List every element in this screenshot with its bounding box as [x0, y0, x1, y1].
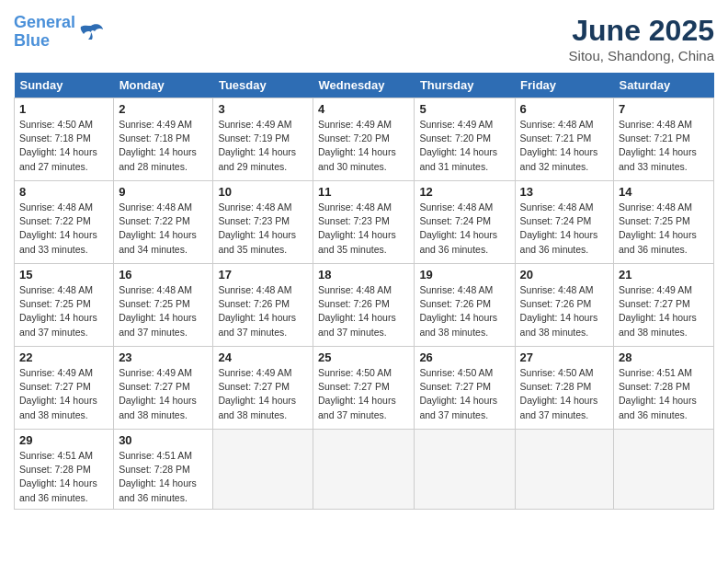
sunset-text: Sunset: 7:26 PM [419, 298, 491, 309]
sunset-text: Sunset: 7:27 PM [419, 381, 491, 392]
day-cell: 30 Sunrise: 4:51 AM Sunset: 7:28 PM Dayl… [114, 430, 213, 510]
sunrise-text: Sunrise: 4:48 AM [19, 201, 93, 213]
sunset-text: Sunset: 7:20 PM [318, 132, 390, 144]
sunrise-text: Sunrise: 4:50 AM [19, 119, 93, 130]
day-cell: 26 Sunrise: 4:50 AM Sunset: 7:27 PM Dayl… [415, 347, 515, 430]
day-number: 8 [19, 185, 108, 199]
daylight-text: Daylight: 14 hours and 36 minutes. [119, 477, 197, 502]
sunrise-text: Sunrise: 4:48 AM [318, 284, 392, 295]
sunset-text: Sunset: 7:21 PM [520, 132, 592, 144]
sunset-text: Sunset: 7:20 PM [419, 132, 491, 144]
day-cell: 28 Sunrise: 4:51 AM Sunset: 7:28 PM Dayl… [614, 347, 714, 430]
sunset-text: Sunset: 7:23 PM [318, 215, 390, 226]
day-number: 25 [318, 350, 409, 364]
day-cell: 2 Sunrise: 4:49 AM Sunset: 7:18 PM Dayli… [114, 98, 213, 181]
daylight-text: Daylight: 14 hours and 37 minutes. [119, 312, 197, 337]
day-number: 11 [318, 185, 409, 199]
day-number: 9 [119, 185, 208, 199]
daylight-text: Daylight: 14 hours and 33 minutes. [619, 146, 697, 171]
daylight-text: Daylight: 14 hours and 30 minutes. [318, 146, 396, 171]
day-cell: 1 Sunrise: 4:50 AM Sunset: 7:18 PM Dayli… [15, 98, 114, 181]
day-cell: 19 Sunrise: 4:48 AM Sunset: 7:26 PM Dayl… [415, 264, 515, 347]
daylight-text: Daylight: 14 hours and 38 minutes. [520, 312, 598, 337]
day-number: 23 [119, 350, 208, 364]
daylight-text: Daylight: 14 hours and 38 minutes. [218, 395, 296, 419]
daylight-text: Daylight: 14 hours and 29 minutes. [218, 146, 296, 171]
daylight-text: Daylight: 14 hours and 37 minutes. [218, 312, 296, 337]
day-number: 20 [520, 268, 609, 282]
sunrise-text: Sunrise: 4:49 AM [318, 119, 392, 130]
sunrise-text: Sunrise: 4:48 AM [619, 201, 692, 213]
sunrise-text: Sunrise: 4:49 AM [119, 119, 192, 130]
day-number: 17 [218, 268, 308, 282]
daylight-text: Daylight: 14 hours and 32 minutes. [520, 146, 598, 171]
day-number: 7 [619, 102, 709, 116]
daylight-text: Daylight: 14 hours and 36 minutes. [419, 229, 497, 254]
daylight-text: Daylight: 14 hours and 38 minutes. [419, 312, 497, 337]
day-number: 30 [119, 433, 208, 447]
day-cell [614, 430, 714, 510]
logo-bird-icon [78, 22, 104, 42]
sunset-text: Sunset: 7:27 PM [218, 381, 290, 392]
sunset-text: Sunset: 7:28 PM [19, 464, 91, 475]
sunset-text: Sunset: 7:26 PM [318, 298, 390, 309]
day-cell: 25 Sunrise: 4:50 AM Sunset: 7:27 PM Dayl… [313, 347, 415, 430]
sunrise-text: Sunrise: 4:51 AM [619, 367, 692, 378]
week-row: 8 Sunrise: 4:48 AM Sunset: 7:22 PM Dayli… [15, 181, 714, 264]
week-row: 22 Sunrise: 4:49 AM Sunset: 7:27 PM Dayl… [15, 347, 714, 430]
sunrise-text: Sunrise: 4:49 AM [218, 367, 291, 378]
day-number: 28 [619, 350, 709, 364]
day-cell [313, 430, 415, 510]
daylight-text: Daylight: 14 hours and 36 minutes. [619, 395, 697, 419]
title-block: June 2025 Sitou, Shandong, China [569, 14, 714, 63]
col-tuesday: Tuesday [213, 73, 313, 98]
day-cell: 3 Sunrise: 4:49 AM Sunset: 7:19 PM Dayli… [213, 98, 313, 181]
sunrise-text: Sunrise: 4:48 AM [520, 119, 594, 130]
day-number: 16 [119, 268, 208, 282]
col-sunday: Sunday [15, 73, 114, 98]
day-number: 6 [520, 102, 609, 116]
sunrise-text: Sunrise: 4:48 AM [318, 201, 392, 213]
daylight-text: Daylight: 14 hours and 28 minutes. [119, 146, 197, 171]
day-number: 10 [218, 185, 308, 199]
sunrise-text: Sunrise: 4:48 AM [218, 201, 291, 213]
sunset-text: Sunset: 7:23 PM [218, 215, 290, 226]
sunrise-text: Sunrise: 4:49 AM [619, 284, 692, 295]
sunrise-text: Sunrise: 4:51 AM [19, 450, 93, 461]
daylight-text: Daylight: 14 hours and 34 minutes. [119, 229, 197, 254]
day-cell: 29 Sunrise: 4:51 AM Sunset: 7:28 PM Dayl… [15, 430, 114, 510]
sunrise-text: Sunrise: 4:51 AM [119, 450, 192, 461]
sunset-text: Sunset: 7:27 PM [19, 381, 91, 392]
col-wednesday: Wednesday [313, 73, 415, 98]
sunrise-text: Sunrise: 4:50 AM [419, 367, 493, 378]
day-cell: 9 Sunrise: 4:48 AM Sunset: 7:22 PM Dayli… [114, 181, 213, 264]
day-number: 22 [19, 350, 108, 364]
daylight-text: Daylight: 14 hours and 38 minutes. [19, 395, 97, 419]
day-cell: 10 Sunrise: 4:48 AM Sunset: 7:23 PM Dayl… [213, 181, 313, 264]
sunrise-text: Sunrise: 4:48 AM [19, 284, 93, 295]
day-cell: 18 Sunrise: 4:48 AM Sunset: 7:26 PM Dayl… [313, 264, 415, 347]
sunrise-text: Sunrise: 4:49 AM [218, 119, 291, 130]
location-title: Sitou, Shandong, China [569, 48, 714, 63]
sunset-text: Sunset: 7:22 PM [119, 215, 190, 226]
day-number: 21 [619, 268, 709, 282]
col-friday: Friday [515, 73, 613, 98]
day-number: 2 [119, 102, 208, 116]
day-cell: 4 Sunrise: 4:49 AM Sunset: 7:20 PM Dayli… [313, 98, 415, 181]
day-number: 26 [419, 350, 509, 364]
day-cell: 27 Sunrise: 4:50 AM Sunset: 7:28 PM Dayl… [515, 347, 613, 430]
daylight-text: Daylight: 14 hours and 37 minutes. [419, 395, 497, 419]
sunrise-text: Sunrise: 4:50 AM [318, 367, 392, 378]
day-number: 4 [318, 102, 409, 116]
day-number: 27 [520, 350, 609, 364]
day-number: 5 [419, 102, 509, 116]
day-cell [415, 430, 515, 510]
day-cell [213, 430, 313, 510]
sunset-text: Sunset: 7:28 PM [119, 464, 190, 475]
daylight-text: Daylight: 14 hours and 35 minutes. [318, 229, 396, 254]
day-cell: 11 Sunrise: 4:48 AM Sunset: 7:23 PM Dayl… [313, 181, 415, 264]
day-number: 1 [19, 102, 108, 116]
day-cell: 5 Sunrise: 4:49 AM Sunset: 7:20 PM Dayli… [415, 98, 515, 181]
daylight-text: Daylight: 14 hours and 27 minutes. [19, 146, 97, 171]
sunset-text: Sunset: 7:24 PM [520, 215, 592, 226]
